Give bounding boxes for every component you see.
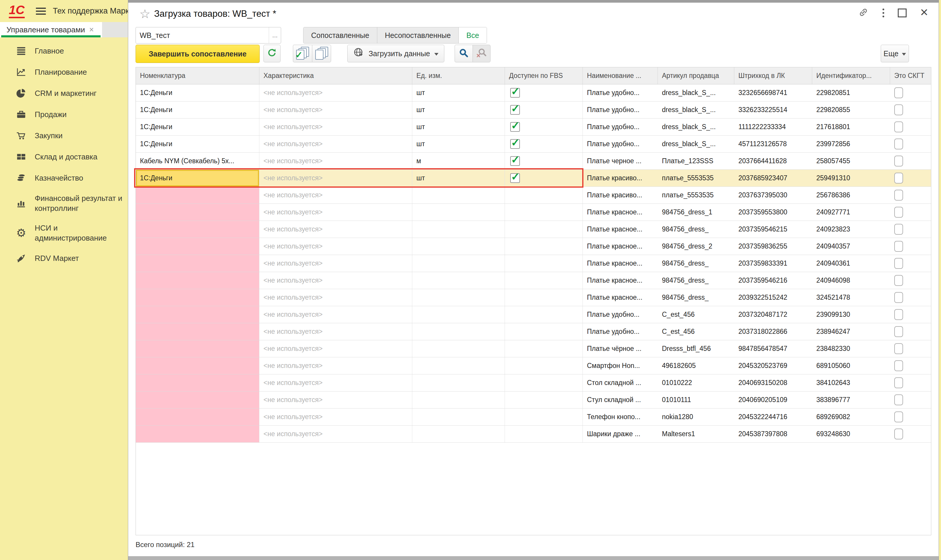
cell-fbs[interactable] bbox=[505, 391, 583, 408]
cell-fbs[interactable] bbox=[505, 409, 583, 425]
cell-nomenclature[interactable]: 1С:Деньги bbox=[136, 135, 259, 152]
cell-nomenclature[interactable] bbox=[136, 272, 259, 289]
refresh-button[interactable] bbox=[263, 45, 281, 62]
cell-characteristic[interactable]: <не используется> bbox=[259, 409, 412, 425]
column-header-barcode[interactable]: Штрихкод в ЛК bbox=[734, 67, 812, 84]
cell-fbs[interactable] bbox=[505, 255, 583, 272]
skgt-checkbox[interactable] bbox=[894, 377, 903, 388]
cell-article[interactable]: 984756_dress_2 bbox=[658, 238, 734, 255]
cell-fbs[interactable] bbox=[505, 272, 583, 289]
cell-barcode[interactable]: 2045387397808 bbox=[734, 426, 812, 442]
cell-fbs[interactable] bbox=[505, 374, 583, 391]
cell-article[interactable]: 496182605 bbox=[658, 357, 734, 374]
cell-characteristic[interactable]: <не используется> bbox=[259, 374, 412, 391]
column-header-identifier[interactable]: Идентификатор... bbox=[812, 67, 890, 84]
cell-identifier[interactable]: 238482330 bbox=[812, 340, 890, 357]
cell-fbs[interactable] bbox=[505, 221, 583, 238]
cell-skgt[interactable] bbox=[890, 118, 931, 135]
cell-unit[interactable] bbox=[412, 306, 505, 323]
cell-characteristic[interactable]: <не используется> bbox=[259, 85, 412, 101]
table-row[interactable]: Кабель NYM (Севкабель) 5х...<не использу… bbox=[136, 153, 931, 170]
cell-nomenclature[interactable] bbox=[136, 340, 259, 357]
cell-barcode[interactable]: 2037664411628 bbox=[734, 153, 812, 169]
skgt-checkbox[interactable] bbox=[894, 258, 903, 269]
cell-identifier[interactable]: 240940361 bbox=[812, 255, 890, 272]
cell-characteristic[interactable]: <не используется> bbox=[259, 204, 412, 221]
cell-unit[interactable]: шт bbox=[412, 85, 505, 101]
cell-identifier[interactable]: 239099130 bbox=[812, 306, 890, 323]
cell-skgt[interactable] bbox=[890, 135, 931, 152]
cell-skgt[interactable] bbox=[890, 221, 931, 238]
cell-name[interactable]: Стул складной ... bbox=[583, 391, 658, 408]
cell-barcode[interactable]: 2040690205109 bbox=[734, 391, 812, 408]
skgt-checkbox[interactable] bbox=[894, 360, 903, 371]
cell-unit[interactable]: шт bbox=[412, 102, 505, 118]
cell-unit[interactable] bbox=[412, 391, 505, 408]
cell-nomenclature[interactable] bbox=[136, 426, 259, 442]
fbs-checkbox[interactable]: ✓ bbox=[510, 105, 520, 115]
column-header-characteristic[interactable]: Характеристика bbox=[259, 67, 412, 84]
column-header-name[interactable]: Наименование ... bbox=[583, 67, 658, 84]
cell-barcode[interactable]: 9847856478547 bbox=[734, 340, 812, 357]
cell-name[interactable]: Платье красное... bbox=[583, 221, 658, 238]
cell-fbs[interactable]: ✓ bbox=[505, 170, 583, 186]
sidebar-item-main[interactable]: Главное bbox=[0, 40, 128, 62]
skgt-checkbox[interactable] bbox=[894, 343, 903, 354]
cell-name[interactable]: Платье красное... bbox=[583, 238, 658, 255]
cell-skgt[interactable] bbox=[890, 391, 931, 408]
cell-skgt[interactable] bbox=[890, 85, 931, 101]
cell-characteristic[interactable]: <не используется> bbox=[259, 221, 412, 238]
cell-unit[interactable] bbox=[412, 426, 505, 442]
cell-nomenclature[interactable] bbox=[136, 357, 259, 374]
cell-characteristic[interactable]: <не используется> bbox=[259, 102, 412, 118]
table-row[interactable]: <не используется>Стул складной ...010101… bbox=[136, 391, 931, 409]
table-row[interactable]: <не используется>Стол складной ...010102… bbox=[136, 374, 931, 391]
cell-article[interactable]: C_est_456 bbox=[658, 306, 734, 323]
cell-skgt[interactable] bbox=[890, 238, 931, 255]
cell-barcode[interactable]: 2045320523769 bbox=[734, 357, 812, 374]
skgt-checkbox[interactable] bbox=[894, 326, 903, 337]
cell-identifier[interactable]: 240927771 bbox=[812, 204, 890, 221]
cell-fbs[interactable] bbox=[505, 426, 583, 442]
table-row[interactable]: 1С:Деньги<не используется>шт✓Платье крас… bbox=[136, 170, 931, 187]
cell-characteristic[interactable]: <не используется> bbox=[259, 187, 412, 203]
cell-barcode[interactable]: 2037318022866 bbox=[734, 323, 812, 340]
skgt-checkbox[interactable] bbox=[894, 190, 903, 201]
cell-characteristic[interactable]: <не используется> bbox=[259, 426, 412, 442]
cell-characteristic[interactable]: <не используется> bbox=[259, 272, 412, 289]
skgt-checkbox[interactable] bbox=[894, 87, 903, 98]
skgt-checkbox[interactable] bbox=[894, 173, 903, 183]
cell-unit[interactable] bbox=[412, 221, 505, 238]
cell-name[interactable]: Телефон кнопо... bbox=[583, 409, 658, 425]
cell-nomenclature[interactable]: 1С:Деньги bbox=[136, 102, 259, 118]
fbs-checkbox[interactable]: ✓ bbox=[510, 173, 520, 183]
cell-characteristic[interactable]: <не используется> bbox=[259, 153, 412, 169]
tab-close-icon[interactable]: × bbox=[89, 25, 94, 34]
sidebar-item-rdv-market[interactable]: RDV Маркет bbox=[0, 248, 128, 269]
sidebar-item-planning[interactable]: Планирование bbox=[0, 62, 128, 83]
cell-skgt[interactable] bbox=[890, 272, 931, 289]
cell-article[interactable]: Платье_123SSS bbox=[658, 153, 734, 169]
cell-characteristic[interactable]: <не используется> bbox=[259, 289, 412, 306]
cell-fbs[interactable] bbox=[505, 289, 583, 306]
cell-barcode[interactable]: 2037359553800 bbox=[734, 204, 812, 221]
cell-skgt[interactable] bbox=[890, 153, 931, 169]
cell-fbs[interactable] bbox=[505, 357, 583, 374]
skgt-checkbox[interactable] bbox=[894, 241, 903, 252]
cell-identifier[interactable]: 240923823 bbox=[812, 221, 890, 238]
cell-barcode[interactable]: 2037359546215 bbox=[734, 221, 812, 238]
cell-name[interactable]: Платье удобно... bbox=[583, 85, 658, 101]
cell-fbs[interactable]: ✓ bbox=[505, 85, 583, 101]
cell-identifier[interactable]: 240946098 bbox=[812, 272, 890, 289]
cell-unit[interactable] bbox=[412, 272, 505, 289]
cell-name[interactable]: Платье чёрное ... bbox=[583, 340, 658, 357]
cell-identifier[interactable]: 239972856 bbox=[812, 135, 890, 152]
cell-nomenclature[interactable] bbox=[136, 204, 259, 221]
cell-article[interactable]: 01010111 bbox=[658, 391, 734, 408]
cell-nomenclature[interactable] bbox=[136, 289, 259, 306]
cell-skgt[interactable] bbox=[890, 374, 931, 391]
cell-nomenclature[interactable]: 1С:Деньги bbox=[136, 118, 259, 135]
cell-barcode[interactable]: 3232656698741 bbox=[734, 85, 812, 101]
cell-skgt[interactable] bbox=[890, 102, 931, 118]
cell-name[interactable]: Платье красное... bbox=[583, 289, 658, 306]
